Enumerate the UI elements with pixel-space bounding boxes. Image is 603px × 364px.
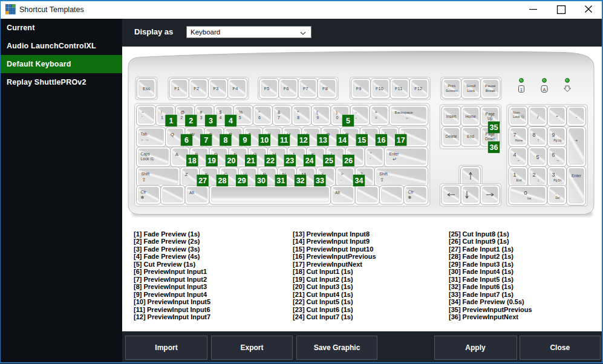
svg-text:Break: Break bbox=[486, 88, 496, 93]
svg-text:3: 3 bbox=[209, 117, 213, 125]
svg-text:36: 36 bbox=[490, 143, 498, 152]
svg-text:8: 8 bbox=[532, 132, 535, 138]
svg-text:5: 5 bbox=[239, 115, 241, 120]
svg-text:#: # bbox=[200, 110, 202, 114]
svg-text:Home: Home bbox=[515, 139, 523, 142]
svg-text:Backspace: Backspace bbox=[395, 110, 414, 114]
svg-text:9: 9 bbox=[552, 132, 555, 138]
svg-text:Up: Up bbox=[487, 116, 493, 121]
svg-text:25: 25 bbox=[325, 157, 333, 165]
svg-text:Home: Home bbox=[465, 114, 476, 119]
svg-text:9: 9 bbox=[316, 115, 319, 120]
svg-text:Ctr: Ctr bbox=[141, 190, 147, 194]
svg-text:A: A bbox=[175, 152, 179, 157]
svg-text:⇧: ⇧ bbox=[380, 177, 384, 183]
svg-text:27: 27 bbox=[198, 177, 207, 185]
svg-text:4: 4 bbox=[513, 152, 516, 158]
svg-text:*: * bbox=[297, 110, 299, 114]
svg-text:F1: F1 bbox=[174, 86, 180, 91]
svg-text:17: 17 bbox=[397, 136, 405, 145]
svg-text:~: ~ bbox=[142, 110, 144, 114]
svg-text:29: 29 bbox=[238, 177, 246, 185]
svg-text:↓: ↓ bbox=[537, 178, 539, 182]
svg-text:Enter: Enter bbox=[572, 174, 582, 178]
svg-text:14: 14 bbox=[338, 136, 347, 145]
svg-text:0: 0 bbox=[524, 190, 527, 196]
svg-text:=: = bbox=[375, 115, 377, 120]
svg-text:Shift: Shift bbox=[142, 172, 150, 176]
svg-text:8: 8 bbox=[297, 115, 299, 120]
svg-text:Lock Ⓐ: Lock Ⓐ bbox=[141, 157, 155, 161]
svg-text:-: - bbox=[576, 114, 578, 120]
svg-text:Z: Z bbox=[185, 172, 188, 177]
svg-text:F11: F11 bbox=[395, 86, 402, 91]
svg-text:12: 12 bbox=[299, 136, 308, 145]
svg-text:34: 34 bbox=[355, 177, 363, 185]
svg-text:15: 15 bbox=[357, 136, 366, 145]
svg-text:✻: ✻ bbox=[408, 195, 412, 200]
svg-text:%: % bbox=[239, 110, 243, 114]
svg-text:Esc: Esc bbox=[143, 86, 151, 91]
svg-text:Lock: Lock bbox=[467, 88, 475, 93]
svg-text:.: . bbox=[555, 190, 556, 195]
svg-text:5: 5 bbox=[536, 154, 539, 160]
svg-text:↵: ↵ bbox=[393, 157, 397, 162]
svg-text:←: ← bbox=[517, 158, 521, 162]
svg-text:Caps: Caps bbox=[141, 152, 151, 157]
svg-text:4: 4 bbox=[220, 115, 222, 120]
svg-text:28: 28 bbox=[218, 177, 226, 185]
svg-text:1: 1 bbox=[513, 172, 516, 178]
svg-text:Lock ⓞ: Lock ⓞ bbox=[513, 115, 524, 119]
svg-text:2: 2 bbox=[532, 172, 535, 178]
svg-text:1: 1 bbox=[520, 87, 523, 93]
svg-text:Tab: Tab bbox=[141, 132, 148, 136]
svg-text:6: 6 bbox=[552, 152, 555, 158]
svg-text:7: 7 bbox=[278, 115, 280, 120]
svg-text:1: 1 bbox=[161, 115, 163, 120]
svg-text:F10: F10 bbox=[376, 86, 383, 91]
svg-text:2: 2 bbox=[180, 115, 183, 120]
svg-text:Down: Down bbox=[485, 137, 495, 141]
svg-text:Shift: Shift bbox=[379, 172, 388, 176]
svg-text:`: ` bbox=[142, 115, 143, 120]
svg-text:5: 5 bbox=[346, 117, 350, 125]
svg-text:3: 3 bbox=[200, 115, 202, 120]
svg-text:31: 31 bbox=[276, 177, 285, 185]
svg-text:Q: Q bbox=[171, 132, 174, 137]
svg-text:Pause: Pause bbox=[485, 83, 496, 88]
svg-text:32: 32 bbox=[296, 177, 305, 185]
svg-text:Ins: Ins bbox=[527, 197, 532, 200]
svg-text:26: 26 bbox=[344, 157, 353, 165]
svg-text:Alt: Alt bbox=[335, 190, 340, 195]
svg-text:>: > bbox=[341, 172, 344, 176]
svg-text:→: → bbox=[556, 158, 560, 162]
svg-text:2: 2 bbox=[189, 117, 193, 125]
svg-text:!: ! bbox=[161, 110, 162, 114]
svg-text:6: 6 bbox=[258, 115, 261, 120]
svg-text:F7: F7 bbox=[303, 86, 308, 91]
svg-text:*: * bbox=[556, 114, 558, 120]
svg-text:19: 19 bbox=[207, 157, 216, 165]
svg-text:.: . bbox=[341, 177, 342, 181]
svg-text:$: $ bbox=[220, 110, 222, 114]
svg-text:Screen: Screen bbox=[446, 88, 458, 93]
svg-text:35: 35 bbox=[490, 123, 498, 132]
svg-text:Ctr: Ctr bbox=[408, 190, 414, 194]
svg-text:1: 1 bbox=[169, 117, 174, 125]
svg-text:F4: F4 bbox=[233, 86, 238, 91]
svg-text:F12: F12 bbox=[414, 86, 422, 91]
svg-text:33: 33 bbox=[316, 177, 324, 185]
svg-text:21: 21 bbox=[247, 157, 255, 165]
svg-text:11: 11 bbox=[280, 136, 288, 145]
svg-text:Insert: Insert bbox=[446, 114, 456, 119]
svg-text:': ' bbox=[370, 157, 371, 161]
svg-text:Num: Num bbox=[513, 111, 520, 114]
svg-text:Alt: Alt bbox=[189, 190, 194, 195]
svg-text:Pg Dn: Pg Dn bbox=[553, 179, 562, 182]
svg-text:A: A bbox=[543, 87, 546, 93]
svg-text:F3: F3 bbox=[213, 86, 219, 91]
svg-text:Pg Up: Pg Up bbox=[553, 139, 562, 142]
svg-text:←→: ←→ bbox=[141, 137, 149, 141]
svg-text:End: End bbox=[467, 134, 474, 138]
svg-text:8: 8 bbox=[223, 136, 227, 145]
